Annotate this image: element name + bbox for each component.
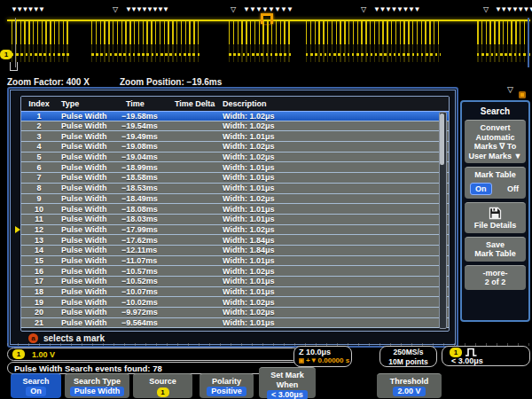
set-mark-when-menu-button[interactable]: Set Mark When < 3.00μs: [259, 367, 316, 398]
hollow-mark-triangle-icon: ▽: [483, 6, 489, 13]
search-on-value: On: [26, 387, 46, 396]
side-menu-title: Search: [462, 106, 528, 116]
table-row[interactable]: 16Pulse Width−10.57msWidth: 1.02μs: [21, 266, 449, 277]
trigger-delay-glyph: +▼: [306, 356, 317, 364]
channel1-badge: 1: [0, 50, 12, 59]
column-header-type: Type: [57, 99, 119, 108]
filled-mark-triangle-icon: ▼: [414, 6, 421, 13]
filled-mark-triangle-icon: ▼: [528, 6, 532, 13]
polarity-value: Positive: [207, 387, 246, 396]
filled-mark-triangle-icon: ▼: [162, 6, 169, 13]
search-type-value: Pulse Width: [70, 387, 124, 396]
set-mark-when-value: < 3.00μs: [267, 390, 308, 399]
column-header-time-delta: Time Delta: [172, 99, 221, 108]
floppy-disk-icon: [489, 207, 502, 220]
table-row[interactable]: 9Pulse Width−18.49msWidth: 1.02μs: [21, 194, 449, 205]
channel1-badge: 1: [12, 349, 25, 359]
column-header-index: Index: [21, 99, 57, 108]
acquisition-readout: 250MS/s 10M points: [379, 346, 437, 367]
more-pages-button[interactable]: -more- 2 of 2: [465, 265, 526, 290]
zoom-window-left-edge: [15, 18, 16, 67]
table-row[interactable]: 13Pulse Width−17.62msWidth: 1.84μs: [21, 235, 449, 246]
oscilloscope-screen: Tek PreVu M 4.00ms ▼▼▼▼▼▼▽▼▼▼▼▼▼▼▼▽▼▼▼▼▼…: [0, 0, 532, 399]
column-header-time: Time: [119, 99, 172, 108]
table-row[interactable]: 14Pulse Width−12.11msWidth: 1.84μs: [21, 246, 449, 256]
trigger-delay-icon: [299, 358, 304, 364]
channel1-scale-readout: 1 1.00 V: [7, 348, 300, 361]
footer-hint-text: selects a mark: [43, 333, 105, 343]
zoom-window-right-edge: [528, 18, 529, 67]
hollow-mark-triangle-icon: ▽: [113, 6, 118, 13]
column-header-description: Description: [221, 99, 440, 108]
horizontal-readout: Z 10.0μs +▼ 0.00000 s: [293, 346, 352, 367]
table-scrollbar-thumb[interactable]: [440, 113, 444, 165]
record-length: 10M points: [380, 357, 436, 367]
search-criteria-readout: 1 < 3.00μs: [442, 346, 530, 366]
table-row[interactable]: 19Pulse Width−10.02msWidth: 1.02μs: [21, 297, 449, 308]
search-type-menu-button[interactable]: Search Type Pulse Width: [65, 373, 129, 398]
table-row[interactable]: 21Pulse Width−9.564msWidth: 1.01μs: [21, 318, 449, 329]
search-events-status: Pulse Width Search events found: 78: [7, 362, 300, 374]
trigger-level-triangle-icon: ▽: [507, 85, 513, 94]
convert-marks-button[interactable]: Convert Automatic Marks ∇ To User Marks …: [465, 120, 526, 163]
table-row[interactable]: 10Pulse Width−18.08msWidth: 1.01μs: [21, 204, 449, 215]
side-menu: Search Convert Automatic Marks ∇ To User…: [460, 100, 530, 322]
mark-table-toggle-button[interactable]: Mark Table On Off: [465, 167, 526, 199]
hollow-mark-triangle-icon: ▽: [361, 6, 366, 13]
table-row[interactable]: 5Pulse Width−19.04msWidth: 1.02μs: [21, 153, 449, 163]
mark-table-on-option[interactable]: On: [470, 183, 492, 196]
zoom-position-readout: Zoom Position: −19.6ms: [120, 77, 222, 87]
table-row[interactable]: 11Pulse Width−18.03msWidth: 1.01μs: [21, 215, 449, 225]
table-row[interactable]: 3Pulse Width−19.49msWidth: 1.01μs: [21, 131, 449, 142]
table-row[interactable]: 1Pulse Width−19.58msWidth: 1.02μs: [21, 111, 449, 121]
waveform-overview: ▼▼▼▼▼▼▽▼▼▼▼▼▼▼▼▽▼▼▼▼▼▼▼▼▽▼▼▼▼▼▼▼▼▽▼▼▼▼▼▼…: [0, 0, 532, 75]
table-scrollbar[interactable]: [439, 112, 447, 329]
zoom-window-panel: 1 Index Type Time Time Delta Description…: [7, 87, 458, 348]
channel1-volts-per-div: 1.00 V: [32, 350, 55, 359]
table-row[interactable]: 20Pulse Width−9.972msWidth: 1.02μs: [21, 308, 449, 318]
table-row[interactable]: 12Pulse Width−17.99msWidth: 1.02μs: [21, 225, 449, 236]
table-row[interactable]: 4Pulse Width−19.08msWidth: 1.02μs: [21, 142, 449, 153]
mark-table: Index Type Time Time Delta Description 1…: [20, 96, 450, 332]
mark-table-off-option[interactable]: Off: [507, 184, 519, 194]
save-mark-table-button[interactable]: Save Mark Table: [465, 237, 526, 262]
multipurpose-knob-a-icon: a: [28, 333, 38, 343]
table-footer-hint: a selects a mark: [28, 333, 105, 343]
file-details-button[interactable]: File Details: [465, 202, 526, 233]
table-row[interactable]: 17Pulse Width−10.52msWidth: 1.01μs: [21, 277, 449, 287]
file-details-label: File Details: [466, 221, 525, 231]
search-menu-button[interactable]: Search On: [11, 373, 61, 398]
mark-table-body: 1Pulse Width−19.58msWidth: 1.02μs2Pulse …: [21, 111, 449, 329]
filled-mark-triangle-icon: ▼: [38, 6, 45, 13]
zoom-factor-readout: Zoom Factor: 400 X: [7, 77, 90, 87]
pulse-width-icon: [466, 348, 477, 356]
table-row[interactable]: 2Pulse Width−19.54msWidth: 1.02μs: [21, 121, 449, 132]
table-row[interactable]: 8Pulse Width−18.53msWidth: 1.01μs: [21, 184, 449, 194]
hollow-mark-triangle-icon: ▽: [231, 6, 236, 13]
polarity-menu-button[interactable]: Polarity Positive: [200, 373, 254, 398]
threshold-menu-button[interactable]: Threshold 2.00 V: [377, 373, 442, 398]
table-row[interactable]: 18Pulse Width−10.07msWidth: 1.01μs: [21, 287, 449, 298]
table-row[interactable]: 7Pulse Width−18.58msWidth: 1.01μs: [21, 173, 449, 184]
zoom-timebase-readout: Z 10.0μs: [299, 348, 351, 356]
trigger-flag-icon: [519, 91, 526, 98]
mark-table-header: Index Type Time Time Delta Description: [21, 97, 449, 111]
source-menu-button[interactable]: Source 1: [133, 373, 192, 398]
table-row[interactable]: 6Pulse Width−18.99msWidth: 1.01μs: [21, 162, 449, 173]
sample-rate: 250MS/s: [380, 348, 436, 357]
search-width-value: < 3.00μs: [450, 356, 529, 365]
threshold-value: 2.00 V: [393, 387, 425, 396]
mark-table-toggle-label: Mark Table: [466, 170, 525, 180]
source-channel-badge: 1: [157, 387, 169, 397]
filled-mark-triangle-icon: ▼: [286, 6, 293, 13]
table-row[interactable]: 15Pulse Width−11.07msWidth: 1.01μs: [21, 256, 449, 267]
channel1-badge: 1: [450, 348, 462, 357]
trigger-position-icon: [261, 13, 273, 24]
zoom-window-bracket-icon: [10, 62, 18, 71]
trigger-delay-value: 0.00000 s: [318, 356, 350, 364]
